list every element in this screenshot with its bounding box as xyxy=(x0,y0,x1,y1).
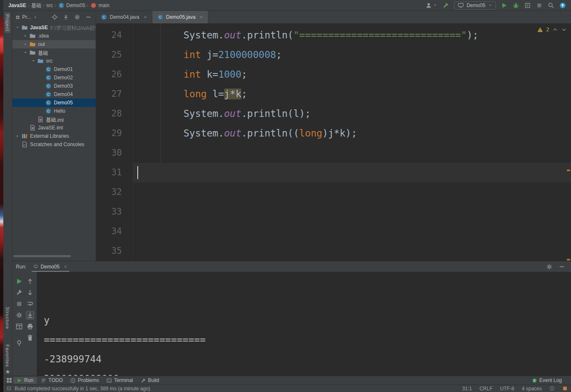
tree-item-javase-iml[interactable]: JavaSE.iml xyxy=(13,124,96,132)
chevron-down-icon[interactable] xyxy=(15,25,21,30)
horizontal-scrollbar[interactable] xyxy=(13,255,71,257)
tree-item-demo04[interactable]: CDemo04 xyxy=(13,90,96,99)
user-menu-button[interactable] xyxy=(425,2,437,9)
tree-item-external-libraries[interactable]: External Libraries xyxy=(13,132,96,140)
rerun-button[interactable] xyxy=(15,278,23,285)
hide-run-panel-button[interactable] xyxy=(558,263,565,270)
code-line[interactable]: int j=2100000008; xyxy=(137,45,478,65)
run-config-selector[interactable]: Demo05 xyxy=(454,1,496,10)
tree-item-scratches-and-consoles[interactable]: Scratches and Consoles xyxy=(13,140,96,149)
toolwindow-button-event-log[interactable]: 1Event Log xyxy=(528,377,565,384)
chevron-right-icon[interactable] xyxy=(23,33,29,38)
print-console-button[interactable] xyxy=(26,323,34,330)
tool-tab-project[interactable]: Project xyxy=(5,13,10,33)
tree-item-demo03[interactable]: CDemo03 xyxy=(13,82,96,90)
tree-item-hello[interactable]: CHello xyxy=(13,107,96,115)
restore-layout-button[interactable] xyxy=(15,323,23,330)
editor-tab-demo04-java[interactable]: CDemo04.java xyxy=(96,11,152,23)
collapse-all-button[interactable] xyxy=(63,14,69,20)
code-line[interactable]: System.out.println("====================… xyxy=(137,25,478,45)
inspection-widget[interactable]: 2 xyxy=(537,26,567,33)
notification-icon[interactable] xyxy=(562,386,568,391)
scrollbar-mark[interactable] xyxy=(567,259,570,260)
toolwindow-button-build[interactable]: Build xyxy=(137,377,163,384)
main-toolbar: Demo05 xyxy=(425,1,566,10)
breadcrumb-item[interactable]: src xyxy=(46,3,53,8)
pin-tab-button[interactable] xyxy=(15,339,23,347)
toolwindow-button-problems[interactable]: Problems xyxy=(67,377,102,384)
chevron-right-icon[interactable] xyxy=(15,134,21,139)
editor-tab-demo05-java[interactable]: CDemo05.java xyxy=(152,11,209,23)
code-line[interactable] xyxy=(137,163,478,182)
chevron-down-icon[interactable] xyxy=(31,58,37,63)
debug-button[interactable] xyxy=(513,2,519,9)
code-line[interactable]: System.out.println(l); xyxy=(137,104,478,124)
close-tab-icon[interactable] xyxy=(143,15,147,19)
code-line[interactable] xyxy=(137,241,478,261)
breadcrumb-item[interactable]: 基础 xyxy=(31,2,41,9)
console-settings-button[interactable] xyxy=(15,311,23,319)
encoding-widget[interactable]: UTF-8 xyxy=(500,386,514,392)
code-area[interactable]: System.out.println("====================… xyxy=(137,25,478,261)
ide-update-button[interactable] xyxy=(559,2,566,9)
project-view-selector[interactable]: Pr... xyxy=(22,14,31,20)
chevron-down-icon[interactable] xyxy=(23,50,29,55)
build-project-button[interactable] xyxy=(442,2,449,9)
code-line[interactable] xyxy=(137,202,478,222)
console-output[interactable]: y============================-2389997442… xyxy=(37,272,571,376)
tool-windows-button[interactable] xyxy=(6,377,13,384)
crosshair-icon xyxy=(51,14,58,20)
code-line[interactable] xyxy=(137,143,478,163)
stop-process-button[interactable] xyxy=(15,300,23,308)
next-warning-button[interactable] xyxy=(561,27,567,33)
svg-text:C: C xyxy=(47,109,50,113)
prev-occurrence-button[interactable] xyxy=(26,278,34,285)
tree-item-demo01[interactable]: CDemo01 xyxy=(13,65,96,73)
tool-tab-favorites[interactable]: Favorites xyxy=(5,343,10,369)
editor[interactable]: 242526272829303132333435 System.out.prin… xyxy=(96,23,571,261)
breadcrumb-item[interactable]: JavaSE xyxy=(8,3,26,8)
indent-widget[interactable]: 4 spaces xyxy=(522,386,542,392)
run-with-coverage-button[interactable] xyxy=(524,2,531,9)
caret-position-widget[interactable]: 31:1 xyxy=(462,386,472,392)
scroll-to-end-button[interactable] xyxy=(26,311,34,319)
tool-tab-structure[interactable]: Structure xyxy=(5,305,10,331)
run-tab-demo05[interactable]: Demo05 xyxy=(30,261,70,272)
soft-wrap-button[interactable] xyxy=(26,300,34,308)
tree-item-demo02[interactable]: CDemo02 xyxy=(13,73,96,82)
tree-item-out[interactable]: out xyxy=(13,40,96,48)
chevron-right-icon[interactable] xyxy=(23,42,29,47)
toolwindow-button-todo[interactable]: TODO xyxy=(38,377,66,384)
close-run-tab-icon[interactable] xyxy=(63,265,68,269)
code-line[interactable]: long l=j*k; xyxy=(137,84,478,104)
tree-item-src[interactable]: src xyxy=(13,57,96,65)
highlighting-level-button[interactable] xyxy=(549,386,555,391)
search-everywhere-button[interactable] xyxy=(548,2,554,9)
prev-warning-button[interactable] xyxy=(552,27,558,33)
clear-console-button[interactable] xyxy=(26,334,34,341)
code-line[interactable] xyxy=(137,182,478,202)
code-line[interactable]: int k=1000; xyxy=(137,65,478,84)
hide-panel-button[interactable] xyxy=(85,14,92,20)
tree-item-iml[interactable]: 基础.iml xyxy=(13,115,96,124)
code-line[interactable] xyxy=(137,222,478,241)
tree-item[interactable]: 基础 xyxy=(13,48,96,57)
toolwindow-button-run[interactable]: Run xyxy=(13,377,37,384)
tree-item-javase[interactable]: JavaSEF:\学习资料\JAVA初学 xyxy=(13,23,96,32)
scrollbar-mark[interactable] xyxy=(567,169,570,171)
close-tab-icon[interactable] xyxy=(199,15,203,19)
locate-button[interactable] xyxy=(51,14,58,20)
panel-settings-button[interactable] xyxy=(74,14,81,20)
run-button[interactable] xyxy=(501,2,508,9)
line-separator-widget[interactable]: CRLF xyxy=(480,386,493,392)
breadcrumb-item[interactable]: main xyxy=(90,2,109,9)
tree-item-idea[interactable]: .idea xyxy=(13,32,96,40)
edit-configuration-button[interactable] xyxy=(15,289,23,296)
tree-item-demo05[interactable]: CDemo05 xyxy=(13,99,96,107)
run-panel-settings-button[interactable] xyxy=(546,263,553,270)
next-occurrence-button[interactable] xyxy=(26,289,34,296)
breadcrumb-item[interactable]: CDemo05 xyxy=(58,2,85,9)
stop-button[interactable] xyxy=(536,2,543,9)
code-line[interactable]: System.out.println((long)j*k); xyxy=(137,124,478,143)
toolwindow-button-terminal[interactable]: Terminal xyxy=(103,377,136,384)
